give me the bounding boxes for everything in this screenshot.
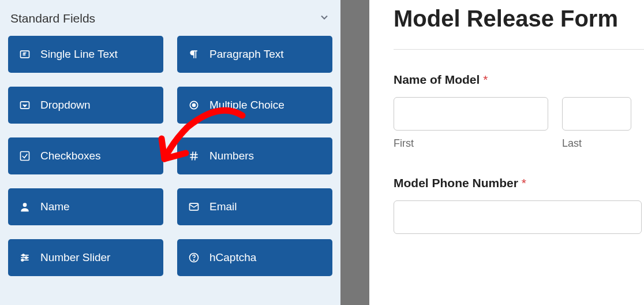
name-row: First Last xyxy=(394,97,644,150)
form-preview: Model Release Form Name of Model* First … xyxy=(369,0,644,305)
field-name[interactable]: Name xyxy=(8,188,163,225)
field-label: Dropdown xyxy=(40,99,91,111)
field-label: Number Slider xyxy=(40,251,110,264)
phone-field-label: Model Phone Number* xyxy=(394,176,644,190)
field-multiple-choice[interactable]: Multiple Choice xyxy=(177,87,332,124)
form-title: Model Release Form xyxy=(394,6,644,32)
svg-line-7 xyxy=(192,152,193,161)
field-grid: Single Line Text Paragraph Text Dropdown… xyxy=(8,36,332,276)
title-divider xyxy=(394,49,644,50)
field-paragraph-text[interactable]: Paragraph Text xyxy=(177,36,332,73)
slider-icon xyxy=(18,251,31,264)
first-name-sublabel: First xyxy=(394,137,548,150)
required-asterisk: * xyxy=(483,73,488,86)
name-field-label: Name of Model* xyxy=(394,73,644,87)
chevron-down-icon xyxy=(319,12,330,25)
field-label: Numbers xyxy=(209,150,254,162)
person-icon xyxy=(18,200,31,213)
field-label: Name xyxy=(40,200,70,213)
question-icon xyxy=(188,251,200,264)
sidebar-header[interactable]: Standard Fields xyxy=(8,8,332,36)
field-numbers[interactable]: Numbers xyxy=(177,137,332,174)
svg-point-9 xyxy=(23,203,27,207)
hash-icon xyxy=(188,150,200,162)
panel-divider xyxy=(340,0,369,305)
radio-icon xyxy=(188,99,200,111)
dropdown-icon xyxy=(18,99,31,111)
svg-rect-4 xyxy=(21,152,29,161)
field-label: Multiple Choice xyxy=(209,99,284,111)
envelope-icon xyxy=(188,200,200,213)
field-label: Checkboxes xyxy=(40,150,101,162)
required-asterisk: * xyxy=(522,176,526,189)
text-icon xyxy=(18,48,31,61)
last-name-sublabel: Last xyxy=(562,137,631,150)
svg-point-12 xyxy=(23,254,24,256)
field-label: hCaptcha xyxy=(209,251,256,264)
checkbox-icon xyxy=(18,150,31,162)
field-email[interactable]: Email xyxy=(177,188,332,225)
first-name-input[interactable] xyxy=(394,97,548,131)
field-label: Paragraph Text xyxy=(209,48,284,61)
svg-point-16 xyxy=(21,259,23,261)
last-name-input[interactable] xyxy=(562,97,631,131)
field-dropdown[interactable]: Dropdown xyxy=(8,87,163,124)
fields-sidebar: Standard Fields Single Line Text Paragra… xyxy=(0,0,340,305)
field-single-line-text[interactable]: Single Line Text xyxy=(8,36,163,73)
field-hcaptcha[interactable]: hCaptcha xyxy=(177,239,332,276)
svg-point-14 xyxy=(25,256,27,258)
field-label: Single Line Text xyxy=(40,48,118,61)
paragraph-icon xyxy=(188,48,200,61)
field-checkboxes[interactable]: Checkboxes xyxy=(8,137,163,174)
svg-point-3 xyxy=(193,104,196,107)
svg-point-18 xyxy=(193,260,194,261)
field-label: Email xyxy=(209,200,237,213)
phone-input[interactable] xyxy=(394,200,642,234)
svg-line-8 xyxy=(195,152,196,161)
field-number-slider[interactable]: Number Slider xyxy=(8,239,163,276)
sidebar-title: Standard Fields xyxy=(10,12,95,25)
